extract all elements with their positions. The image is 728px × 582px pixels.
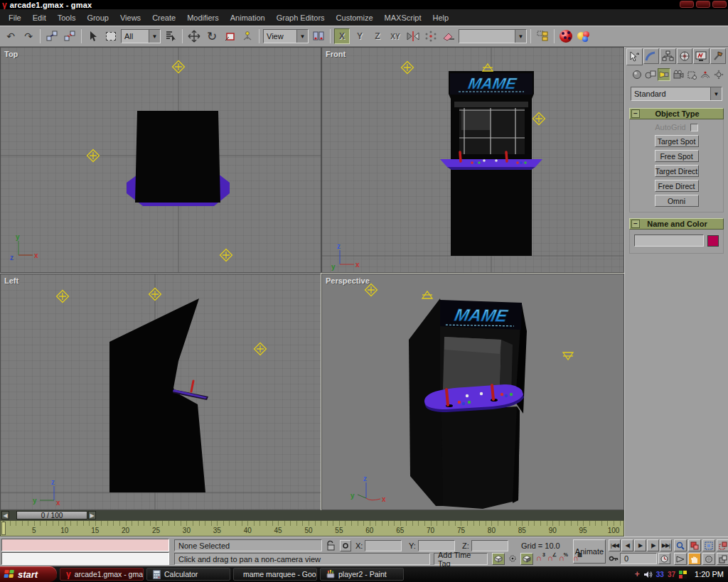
tab-modify[interactable]: [643, 48, 660, 64]
min-max-toggle-icon[interactable]: [717, 553, 728, 565]
snaps-toggle-icon[interactable]: ∩3: [536, 554, 542, 562]
category-helpers-icon[interactable]: [686, 68, 698, 81]
mirror-icon[interactable]: [405, 28, 421, 44]
menu-modifiers[interactable]: Modifiers: [181, 11, 225, 25]
play-button[interactable]: ▶: [634, 539, 646, 551]
selection-lock-icon[interactable]: [326, 540, 336, 554]
restrict-y-button[interactable]: Y: [352, 28, 368, 44]
menu-edit[interactable]: Edit: [27, 11, 52, 25]
name-and-color-rollout-header[interactable]: − Name and Color: [629, 218, 724, 230]
select-and-scale-icon[interactable]: [222, 28, 237, 44]
selection-region-icon[interactable]: [103, 28, 119, 44]
undo-icon[interactable]: ↶: [3, 28, 18, 44]
menu-maxscript[interactable]: MAXScript: [379, 11, 427, 25]
select-and-link-icon[interactable]: [44, 28, 60, 44]
crossing-selection-icon[interactable]: [506, 553, 519, 565]
pan-hand-icon[interactable]: [688, 553, 701, 565]
unlink-selection-icon[interactable]: [62, 28, 77, 44]
restrict-z-button[interactable]: Z: [370, 28, 385, 44]
time-forward-arrow[interactable]: ▶: [88, 511, 96, 519]
redo-icon[interactable]: ↷: [21, 28, 36, 44]
menu-animation[interactable]: Animation: [225, 11, 271, 25]
start-button[interactable]: start: [0, 566, 57, 582]
manipulate-icon[interactable]: [240, 28, 255, 44]
tab-hierarchy[interactable]: [660, 48, 676, 64]
reference-coordinate-dropdown[interactable]: View ▼: [263, 29, 309, 43]
zoom-all-icon[interactable]: [688, 539, 701, 551]
select-and-move-icon[interactable]: [186, 28, 202, 44]
key-mode-icon[interactable]: [609, 554, 619, 563]
create-free-direct-button[interactable]: Free Direct: [655, 180, 699, 192]
zoom-icon[interactable]: [674, 539, 687, 551]
go-to-start-button[interactable]: |◀◀: [609, 539, 621, 551]
track-bar[interactable]: 5101520253035404550556065707580859095100: [0, 520, 624, 537]
zoom-extents-all-icon[interactable]: [717, 539, 728, 551]
current-frame-field[interactable]: 0: [620, 553, 657, 564]
add-time-tag-field[interactable]: Add Time Tag: [434, 553, 488, 565]
viewport-front-label[interactable]: Front: [326, 50, 346, 58]
menu-graph-editors[interactable]: Graph Editors: [271, 11, 331, 25]
go-to-end-button[interactable]: ▶▶|: [660, 539, 672, 551]
tray-monitor-value-1[interactable]: 33: [656, 571, 664, 578]
maxscript-listener-pink[interactable]: [1, 539, 169, 551]
degradation-override-icon[interactable]: [492, 553, 505, 565]
time-back-arrow[interactable]: ◀: [1, 511, 9, 519]
select-by-name-icon[interactable]: [163, 28, 178, 44]
tray-meter-icon[interactable]: [679, 571, 687, 578]
time-slider[interactable]: 0 / 100: [16, 511, 87, 519]
menu-customize[interactable]: Customize: [331, 11, 379, 25]
percent-snap-icon[interactable]: ∩%: [559, 554, 564, 562]
snap-cube-icon[interactable]: [520, 553, 533, 565]
tray-monitor-value-2[interactable]: 37: [668, 571, 675, 578]
category-shapes-icon[interactable]: [644, 68, 656, 81]
tab-create[interactable]: [626, 48, 643, 65]
create-target-spot-button[interactable]: Target Spot: [655, 135, 699, 147]
task-paint[interactable]: player2 - Paint: [320, 568, 404, 581]
tab-motion[interactable]: [677, 48, 693, 64]
category-cameras-icon[interactable]: [672, 68, 684, 81]
menu-create[interactable]: Create: [146, 11, 181, 25]
viewport-left-label[interactable]: Left: [4, 276, 18, 285]
maxscript-listener-white[interactable]: [1, 552, 169, 565]
task-browser[interactable]: mame marquee - Goo...: [233, 568, 317, 581]
menu-views[interactable]: Views: [114, 11, 146, 25]
menu-file[interactable]: File: [3, 11, 27, 25]
category-lights-icon[interactable]: [658, 68, 670, 81]
viewport-perspective-label[interactable]: Perspective: [326, 276, 370, 285]
restrict-x-button[interactable]: X: [334, 28, 350, 44]
task-calculator[interactable]: Calculator: [146, 568, 230, 581]
category-spacewarps-icon[interactable]: [700, 68, 712, 81]
object-name-input[interactable]: [634, 235, 704, 247]
named-selection-dropdown[interactable]: ▼: [459, 29, 527, 43]
absolute-offset-toggle[interactable]: [340, 540, 351, 551]
next-frame-button[interactable]: |▶: [647, 539, 659, 551]
viewport-top-label[interactable]: Top: [4, 50, 18, 58]
object-color-swatch[interactable]: [707, 235, 719, 247]
viewport-front[interactable]: Front MAME: [321, 47, 624, 273]
object-type-rollout-header[interactable]: − Object Type: [629, 108, 724, 119]
select-and-rotate-icon[interactable]: ↻: [204, 28, 220, 44]
use-center-icon[interactable]: [311, 28, 326, 44]
spinner-snap-icon[interactable]: ∩▤: [573, 554, 579, 562]
menu-group[interactable]: Group: [81, 11, 114, 25]
category-geometry-icon[interactable]: [631, 68, 643, 81]
array-icon[interactable]: [423, 28, 439, 44]
align-icon[interactable]: [441, 28, 456, 44]
x-coordinate-field[interactable]: [365, 540, 402, 551]
time-configuration-icon[interactable]: [658, 553, 670, 564]
maximize-button[interactable]: [696, 1, 710, 8]
autogrid-checkbox[interactable]: [690, 124, 698, 131]
angle-snap-icon[interactable]: ∩∠: [547, 554, 553, 562]
zoom-extents-icon[interactable]: [702, 539, 715, 551]
restrict-xy-plane-button[interactable]: XY: [387, 28, 403, 44]
light-type-dropdown[interactable]: Standard ▼: [631, 87, 722, 101]
menu-tools[interactable]: Tools: [52, 11, 82, 25]
taskbar-clock[interactable]: 1:20 PM: [690, 570, 724, 578]
category-systems-icon[interactable]: [713, 68, 725, 81]
create-free-spot-button[interactable]: Free Spot: [655, 150, 699, 162]
tab-utilities[interactable]: [710, 48, 727, 64]
frame-zero-marker[interactable]: [1, 522, 6, 535]
close-button[interactable]: [712, 1, 727, 8]
viewport-top[interactable]: Top: [0, 47, 321, 273]
material-editor-icon[interactable]: [558, 28, 574, 44]
